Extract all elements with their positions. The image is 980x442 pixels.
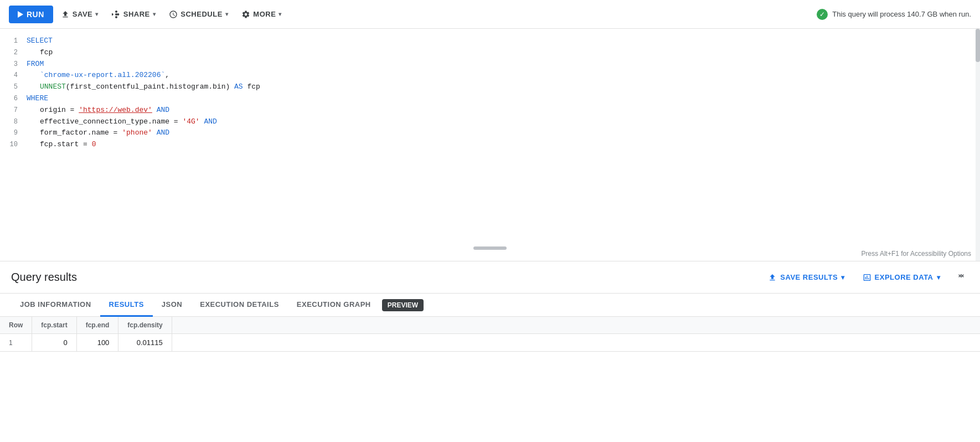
- save-icon: [61, 10, 70, 19]
- cell-row-num: 1: [0, 334, 32, 352]
- explore-data-icon: [863, 273, 871, 282]
- code-line-5: 5 UNNEST(first_contentful_paint.histogra…: [7, 81, 973, 93]
- gear-icon: [241, 10, 250, 19]
- code-line-9: 9 form_factor.name = 'phone' AND: [7, 127, 973, 139]
- save-button[interactable]: SAVE ▾: [55, 6, 104, 23]
- save-label: SAVE: [73, 10, 92, 18]
- editor-vertical-scrollbar[interactable]: [976, 29, 980, 261]
- expand-icon: [956, 270, 967, 281]
- explore-data-button[interactable]: EXPLORE DATA ▾: [858, 270, 945, 285]
- tab-job-information[interactable]: JOB INFORMATION: [11, 294, 100, 317]
- code-editor[interactable]: 1 SELECT 2 fcp 3 FROM 4 `chrome-ux-repor…: [0, 35, 980, 151]
- scrollbar-thumb[interactable]: [976, 29, 980, 62]
- save-results-icon: [768, 273, 777, 282]
- save-results-label: SAVE RESULTS: [780, 273, 838, 281]
- schedule-icon: [169, 10, 178, 19]
- play-icon: [18, 11, 23, 18]
- share-chevron-icon: ▾: [153, 11, 156, 17]
- schedule-button[interactable]: SCHEDULE ▾: [163, 6, 234, 23]
- code-line-8: 8 effective_connection_type.name = '4G' …: [7, 116, 973, 128]
- editor-area[interactable]: 1 SELECT 2 fcp 3 FROM 4 `chrome-ux-repor…: [0, 29, 980, 261]
- cell-extra: [172, 334, 980, 352]
- run-label: RUN: [27, 10, 44, 19]
- query-info-text: This query will process 140.7 GB when ru…: [832, 10, 971, 18]
- more-label: MORE: [253, 10, 276, 18]
- share-button[interactable]: SHARE ▾: [106, 6, 162, 23]
- tab-results[interactable]: RESULTS: [100, 294, 153, 317]
- query-info: ✓ This query will process 140.7 GB when …: [817, 9, 971, 20]
- code-line-1: 1 SELECT: [7, 35, 973, 47]
- col-header-fcp-end: fcp.end: [76, 317, 118, 334]
- schedule-label: SCHEDULE: [180, 10, 223, 18]
- cell-fcp-density: 0.01115: [118, 334, 172, 352]
- tab-preview[interactable]: PREVIEW: [382, 299, 424, 311]
- col-header-extra: [172, 317, 980, 334]
- col-header-row: Row: [0, 317, 32, 334]
- accessibility-hint: Press Alt+F1 for Accessibility Options: [862, 250, 971, 258]
- share-icon: [112, 10, 121, 19]
- explore-data-chevron-icon: ▾: [937, 274, 941, 281]
- schedule-chevron-icon: ▾: [225, 11, 229, 17]
- explore-data-label: EXPLORE DATA: [875, 273, 933, 281]
- expand-button[interactable]: [953, 268, 969, 286]
- more-button[interactable]: MORE ▾: [236, 6, 287, 23]
- save-chevron-icon: ▾: [95, 11, 99, 17]
- code-line-4: 4 `chrome-ux-report.all.202206`,: [7, 70, 973, 81]
- results-section: Query results SAVE RESULTS ▾ EXPLORE DAT…: [0, 261, 980, 442]
- results-tabs: JOB INFORMATION RESULTS JSON EXECUTION D…: [0, 294, 980, 317]
- results-actions: SAVE RESULTS ▾ EXPLORE DATA ▾: [764, 268, 969, 286]
- results-table-container: Row fcp.start fcp.end fcp.density 1 0 10…: [0, 317, 980, 352]
- code-line-7: 7 origin = 'https://web.dev' AND: [7, 105, 973, 116]
- table-header-row: Row fcp.start fcp.end fcp.density: [0, 317, 980, 334]
- tab-execution-graph[interactable]: EXECUTION GRAPH: [288, 294, 380, 317]
- results-header: Query results SAVE RESULTS ▾ EXPLORE DAT…: [0, 261, 980, 294]
- results-table: Row fcp.start fcp.end fcp.density 1 0 10…: [0, 317, 980, 352]
- results-title: Query results: [11, 271, 77, 284]
- save-results-button[interactable]: SAVE RESULTS ▾: [764, 270, 849, 285]
- more-chevron-icon: ▾: [278, 11, 282, 17]
- run-button[interactable]: RUN: [9, 6, 53, 23]
- col-header-fcp-start: fcp.start: [32, 317, 76, 334]
- check-icon: ✓: [817, 9, 828, 20]
- tab-json[interactable]: JSON: [153, 294, 191, 317]
- col-header-fcp-density: fcp.density: [118, 317, 172, 334]
- cell-fcp-start: 0: [32, 334, 76, 352]
- share-label: SHARE: [123, 10, 150, 18]
- tab-execution-details[interactable]: EXECUTION DETAILS: [191, 294, 288, 317]
- code-line-3: 3 FROM: [7, 59, 973, 70]
- table-row: 1 0 100 0.01115: [0, 334, 980, 352]
- code-line-10: 10 fcp.start = 0: [7, 139, 973, 151]
- cell-fcp-end: 100: [76, 334, 118, 352]
- code-line-6: 6 WHERE: [7, 93, 973, 105]
- code-line-2: 2 fcp: [7, 47, 973, 59]
- editor-horizontal-scrollbar[interactable]: [473, 246, 507, 250]
- toolbar: RUN SAVE ▾ SHARE ▾ SCHEDULE ▾ MORE ▾ ✓ T…: [0, 0, 980, 29]
- save-results-chevron-icon: ▾: [841, 274, 845, 281]
